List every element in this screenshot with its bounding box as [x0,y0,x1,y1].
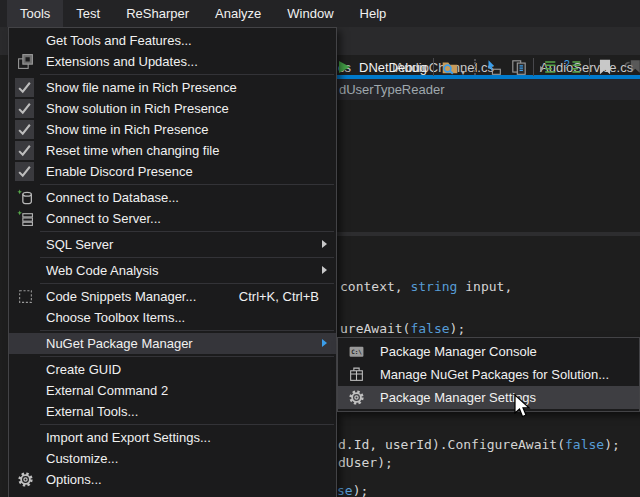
format-indent-icon[interactable] [539,58,557,76]
check-icon [15,141,34,160]
menu-item-reset-time-when-changing-file[interactable]: Reset time when changing file [9,140,336,161]
server-icon [17,210,34,227]
menu-item-create-guid[interactable]: Create GUID [9,359,336,380]
menu-item-connect-to-server[interactable]: Connect to Server... [9,208,336,229]
menu-item-label: Code Snippets Manager... [46,289,196,304]
menu-item-options[interactable]: Options... [9,469,336,490]
menu-item-label: External Tools... [46,404,138,419]
menu-item-manage-nuget-packages-for-solution[interactable]: Manage NuGet Packages for Solution... [338,363,639,386]
chevron-down-icon[interactable]: ▾ [422,63,427,73]
toolbar-separator [589,58,590,76]
snippets-icon [17,288,34,305]
check-icon [15,162,34,181]
code-line: ureAwait(false); [340,321,465,336]
check-icon [15,99,34,118]
editor-divider [337,232,640,236]
menubar-item-window[interactable]: Window [274,0,346,27]
mouse-cursor [514,394,532,420]
menu-item-label: NuGet Package Manager [46,336,193,351]
toolbar-separator [433,58,434,76]
menu-item-label: Connect to Server... [46,211,161,226]
toolbar-gripper[interactable] [474,59,479,75]
menu-item-label: Enable Discord Presence [46,164,193,179]
menu-item-nuget-package-manager[interactable]: NuGet Package Manager [9,333,336,354]
extensions-icon [17,53,34,70]
package-icon [348,366,365,383]
menu-separator [40,330,334,331]
menu-item-import-and-export-settings[interactable]: Import and Export Settings... [9,427,336,448]
menu-item-label: Web Code Analysis [46,263,159,278]
console-icon: C:\ [348,343,365,360]
menu-item-label: Extensions and Updates... [46,54,198,69]
bookmark-icon[interactable] [596,58,614,76]
menu-item-label: Options... [46,472,102,487]
check-icon [15,120,34,139]
find-in-files-icon[interactable] [441,58,459,76]
nuget-submenu-panel: C:\Package Manager ConsoleManage NuGet P… [337,337,640,412]
database-icon [17,189,34,206]
menu-item-code-snippets-manager[interactable]: Code Snippets Manager...Ctrl+K, Ctrl+B [9,286,336,307]
menu-item-package-manager-console[interactable]: C:\Package Manager Console [338,340,639,363]
submenu-arrow-icon [322,240,327,248]
menu-item-label: Choose Toolbox Items... [46,310,185,325]
menu-item-external-tools[interactable]: External Tools... [9,401,336,422]
menu-item-choose-toolbox-items[interactable]: Choose Toolbox Items... [9,307,336,328]
menu-separator [40,184,334,185]
menu-item-label: Package Manager Console [380,344,537,359]
format-document-icon[interactable]: ? [564,58,582,76]
menu-item-connect-to-database[interactable]: Connect to Database... [9,187,336,208]
code-line: se); [337,483,368,497]
submenu-arrow-icon [322,339,327,347]
menu-item-label: External Command 2 [46,383,168,398]
editor-navigation-bar[interactable]: dUserTypeReader [337,79,640,100]
menu-item-package-manager-settings[interactable]: Package Manager Settings [338,386,639,409]
submenu-arrow-icon [322,266,327,274]
menu-item-label: Get Tools and Features... [46,33,192,48]
menu-separator [40,356,334,357]
menu-item-label: Show file name in Rich Presence [46,80,237,95]
duplicate-code-icon[interactable] [510,58,528,76]
menu-item-sql-server[interactable]: SQL Server [9,234,336,255]
tools-menu-panel: Get Tools and Features...Extensions and … [8,27,337,497]
menu-item-label: Customize... [46,451,118,466]
menu-item-label: Create GUID [46,362,121,377]
code-line: d.Id, userId).ConfigureAwait(false); [338,437,620,452]
menu-item-show-solution-in-rich-presence[interactable]: Show solution in Rich Presence [9,98,336,119]
menu-separator [40,231,334,232]
menu-item-get-tools-and-features[interactable]: Get Tools and Features... [9,30,336,51]
menu-item-label: Show solution in Rich Presence [46,101,229,116]
menu-item-label: Reset time when changing file [46,143,219,158]
menubar-item-test[interactable]: Test [63,0,113,27]
menu-item-extensions-and-updates[interactable]: Extensions and Updates... [9,51,336,72]
menu-item-web-code-analysis[interactable]: Web Code Analysis [9,260,336,281]
menu-item-label: Show time in Rich Presence [46,122,209,137]
menu-item-shortcut: Ctrl+K, Ctrl+B [239,286,319,307]
menu-item-enable-discord-presence[interactable]: Enable Discord Presence [9,161,336,182]
menu-item-label: Manage NuGet Packages for Solution... [380,367,609,382]
menubar-item-analyze[interactable]: Analyze [202,0,274,27]
member-dropdown-label: dUserTypeReader [339,82,445,97]
menubar-item-help[interactable]: Help [347,0,400,27]
menubar-item-resharper[interactable]: ReSharper [113,0,202,27]
run-configuration-dropdown[interactable]: DNetDebug [359,60,427,75]
toolbar-separator [533,58,534,76]
menu-item-label: Package Manager Settings [380,390,536,405]
menu-item-label: SQL Server [46,237,113,252]
menubar-item-tools[interactable]: Tools [7,0,63,27]
menu-item-external-command-2[interactable]: External Command 2 [9,380,336,401]
run-icon[interactable] [339,61,350,73]
menu-item-customize[interactable]: Customize... [9,448,336,469]
chevron-down-icon[interactable]: ▾ [461,68,465,77]
code-line: dUser); [338,455,393,470]
svg-text:?: ? [564,59,570,70]
menu-item-label: Import and Export Settings... [46,430,211,445]
navigate-to-icon[interactable] [484,58,502,76]
menu-bar: ToolsTestReSharperAnalyzeWindowHelp [0,0,640,27]
gear-icon [348,389,365,406]
bookmark-next-icon[interactable] [624,58,640,76]
menu-item-show-file-name-in-rich-presence[interactable]: Show file name in Rich Presence [9,77,336,98]
check-icon [15,78,34,97]
svg-text:C:\: C:\ [351,348,362,355]
menu-item-show-time-in-rich-presence[interactable]: Show time in Rich Presence [9,119,336,140]
code-line: context, string input, [340,279,512,294]
